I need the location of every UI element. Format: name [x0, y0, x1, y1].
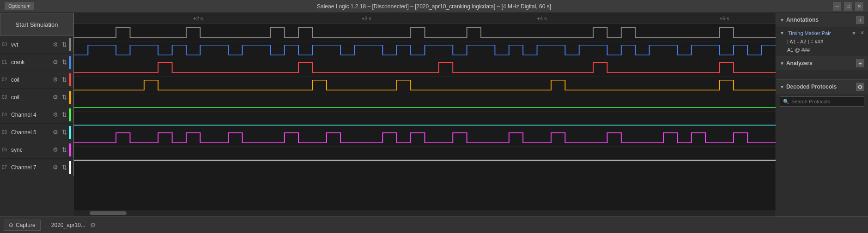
annotations-content: ▼ Timing Marker Pair ▼ ✕ | A1 - A2 | = #… [776, 27, 868, 56]
channel-color-bar [69, 108, 71, 121]
channel-settings-icon[interactable]: ⚙ [52, 129, 59, 136]
waveform-row [74, 59, 776, 77]
capture-label: Capture [16, 222, 36, 228]
close-button[interactable]: ✕ [855, 2, 863, 11]
channel-name: crank [10, 59, 52, 66]
waveform-rows [74, 24, 776, 210]
decoded-protocols-content: 🔍 [776, 94, 868, 109]
waveform-row [74, 147, 776, 164]
analyzers-header[interactable]: ▼ Analyzers + [776, 56, 868, 70]
a1-at-value: A1 @ ### [787, 47, 810, 53]
channel-icons: ⚙ ⇅ [52, 111, 68, 118]
channel-settings-icon[interactable]: ⚙ [52, 94, 59, 101]
channel-color-bar [69, 56, 71, 69]
a1-at-row: A1 @ ### [787, 46, 864, 54]
settings-gear-icon[interactable]: ⚙ [90, 221, 96, 229]
channel-row: 07 Channel 7 ⚙ ⇅ [0, 159, 74, 176]
channel-number: 03 [2, 95, 10, 100]
timing-marker-pair-label: Timing Marker Pair [788, 30, 850, 36]
start-simulation-button[interactable]: Start Simulation [0, 13, 74, 36]
channel-menu-icon[interactable]: ⇅ [61, 164, 68, 171]
channel-menu-icon[interactable]: ⇅ [61, 76, 68, 83]
capture-button[interactable]: ⊙ Capture [4, 220, 41, 231]
annotations-title: Annotations [786, 17, 856, 23]
channel-list: 00 vvt ⚙ ⇅ 01 crank ⚙ ⇅ 02 coil ⚙ ⇅ 03 [0, 36, 74, 216]
window-title: Saleae Logic 1.2.18 – [Disconnected] – [… [317, 3, 551, 10]
channel-color-bar [69, 38, 71, 51]
waveform-row [74, 24, 776, 42]
channel-color-bar [69, 143, 71, 156]
main-area: Start Simulation 00 vvt ⚙ ⇅ 01 crank ⚙ ⇅… [0, 13, 868, 216]
options-button[interactable]: Options ▾ [5, 2, 34, 10]
channel-color-bar [69, 73, 71, 86]
timing-marker-close-icon[interactable]: ✕ [860, 30, 864, 36]
channel-settings-icon[interactable]: ⚙ [52, 59, 59, 66]
channel-name: Channel 7 [10, 164, 52, 171]
channel-icons: ⚙ ⇅ [52, 129, 68, 136]
channel-settings-icon[interactable]: ⚙ [52, 164, 59, 171]
scrollbar-thumb[interactable] [90, 211, 127, 215]
channel-name: sync [10, 147, 52, 153]
channel-number: 06 [2, 147, 10, 152]
capture-icon: ⊙ [9, 222, 13, 228]
annotations-header[interactable]: ▼ Annotations + [776, 13, 868, 27]
analyzers-content [776, 70, 868, 79]
decoded-protocols-settings-button[interactable]: ⚙ [856, 83, 864, 91]
waveform-row [74, 94, 776, 112]
titlebar: Options ▾ Saleae Logic 1.2.18 – [Disconn… [0, 0, 868, 13]
channel-menu-icon[interactable]: ⇅ [61, 59, 68, 66]
time-label: +4 s [537, 16, 547, 21]
search-protocols-input[interactable] [780, 96, 864, 107]
channel-number: 04 [2, 112, 10, 117]
decoded-protocols-header[interactable]: ▼ Decoded Protocols ⚙ [776, 80, 868, 94]
bottom-bar: ⊙ Capture | 2020_apr10... ⚙ [0, 216, 868, 233]
channel-icons: ⚙ ⇅ [52, 59, 68, 66]
channel-row: 01 crank ⚙ ⇅ [0, 54, 74, 71]
channel-name: coil [10, 77, 52, 83]
waveform-row [74, 42, 776, 59]
channel-menu-icon[interactable]: ⇅ [61, 41, 68, 48]
channel-settings-icon[interactable]: ⚙ [52, 41, 59, 48]
channel-row: 05 Channel 5 ⚙ ⇅ [0, 124, 74, 141]
decoded-protocols-section: ▼ Decoded Protocols ⚙ 🔍 [776, 80, 868, 216]
decoded-protocols-title: Decoded Protocols [786, 84, 856, 90]
channel-color-bar [69, 91, 71, 104]
timing-marker-row: ▼ Timing Marker Pair ▼ ✕ [780, 29, 864, 37]
channel-menu-icon[interactable]: ⇅ [61, 129, 68, 136]
timing-marker-settings-icon[interactable]: ▼ [851, 30, 856, 36]
channel-name: vvt [10, 42, 52, 48]
add-annotation-button[interactable]: + [856, 16, 864, 24]
waveform-scrollbar[interactable] [74, 210, 776, 216]
a1-a2-value: | A1 - A2 | = ### [787, 39, 823, 44]
time-label: +5 s [719, 16, 729, 21]
add-analyzer-button[interactable]: + [856, 59, 864, 67]
annotations-section: ▼ Annotations + ▼ Timing Marker Pair ▼ ✕… [776, 13, 868, 56]
right-panel: ▼ Annotations + ▼ Timing Marker Pair ▼ ✕… [776, 13, 868, 216]
channel-color-bar [69, 126, 71, 139]
analyzers-title: Analyzers [786, 60, 856, 66]
channel-settings-icon[interactable]: ⚙ [52, 146, 59, 153]
channel-row: 06 sync ⚙ ⇅ [0, 141, 74, 159]
waveform-container: +2 s+3 s+4 s+5 s [74, 13, 776, 216]
channel-menu-icon[interactable]: ⇅ [61, 146, 68, 153]
channel-number: 05 [2, 130, 10, 135]
minimize-button[interactable]: ─ [833, 2, 841, 11]
channel-settings-icon[interactable]: ⚙ [52, 76, 59, 83]
divider: | [45, 222, 47, 228]
channel-icons: ⚙ ⇅ [52, 146, 68, 153]
channel-menu-icon[interactable]: ⇅ [61, 94, 68, 101]
maximize-button[interactable]: □ [844, 2, 852, 11]
channel-row: 02 coil ⚙ ⇅ [0, 71, 74, 89]
channel-color-bar [69, 161, 71, 174]
channel-icons: ⚙ ⇅ [52, 41, 68, 48]
analyzers-section: ▼ Analyzers + [776, 56, 868, 80]
channel-menu-icon[interactable]: ⇅ [61, 111, 68, 118]
channel-settings-icon[interactable]: ⚙ [52, 111, 59, 118]
channel-icons: ⚙ ⇅ [52, 94, 68, 101]
channel-icons: ⚙ ⇅ [52, 164, 68, 171]
channel-number: 07 [2, 165, 10, 170]
time-ruler: +2 s+3 s+4 s+5 s [74, 13, 776, 24]
annotations-collapse-icon: ▼ [780, 18, 784, 23]
channel-panel: Start Simulation 00 vvt ⚙ ⇅ 01 crank ⚙ ⇅… [0, 13, 74, 216]
analyzers-collapse-icon: ▼ [780, 61, 784, 66]
